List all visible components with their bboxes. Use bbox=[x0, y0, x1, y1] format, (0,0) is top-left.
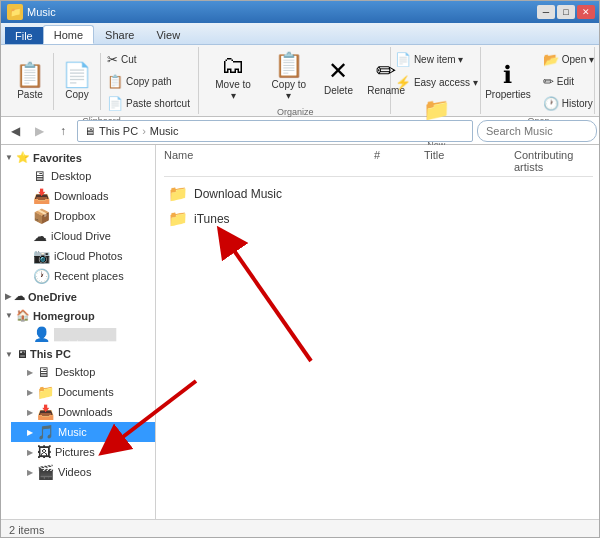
sidebar-item-icloud-photos[interactable]: 📷 iCloud Photos bbox=[11, 246, 155, 266]
thispc-icon: 🖥 bbox=[16, 348, 27, 360]
sidebar-item-pc-videos[interactable]: ▶ 🎬 Videos bbox=[11, 462, 155, 482]
download-music-folder-icon: 📁 bbox=[168, 184, 188, 203]
properties-button[interactable]: ℹ Properties bbox=[479, 59, 537, 104]
title-bar-text: Music bbox=[27, 6, 533, 18]
pc-docs-chevron: ▶ bbox=[27, 388, 33, 397]
forward-button[interactable]: ▶ bbox=[29, 121, 49, 141]
sidebar-item-pc-desktop[interactable]: ▶ 🖥 Desktop bbox=[11, 362, 155, 382]
ribbon-group-clipboard: 📋 Paste 📄 Copy ✂ Cut 📋 bbox=[5, 47, 199, 114]
pc-music-label: Music bbox=[58, 426, 87, 438]
desktop-icon: 🖥 bbox=[33, 168, 47, 184]
paste-icon: 📋 bbox=[15, 63, 45, 87]
thispc-items: ▶ 🖥 Desktop ▶ 📁 Documents ▶ 📥 Downloads bbox=[1, 362, 155, 482]
clipboard-small-stack: ✂ Cut 📋 Copy path 📄 Paste shortcut bbox=[103, 49, 194, 114]
ribbon-group-new: 📄 New item ▾ ⚡ Easy access ▾ 📁 New folde… bbox=[393, 47, 482, 114]
open-icon: 📂 bbox=[543, 52, 559, 67]
tab-home[interactable]: Home bbox=[43, 25, 94, 44]
sidebar-section-onedrive: ▶ ☁ OneDrive bbox=[1, 288, 155, 305]
sidebar-item-pc-music[interactable]: ▶ 🎵 Music bbox=[11, 422, 155, 442]
recent-places-icon: 🕐 bbox=[33, 268, 50, 284]
homegroup-user-icon: 👤 bbox=[33, 326, 50, 342]
paste-label: Paste bbox=[17, 89, 43, 100]
cut-button[interactable]: ✂ Cut bbox=[103, 49, 194, 70]
pc-docs-label: Documents bbox=[58, 386, 114, 398]
properties-label: Properties bbox=[485, 89, 531, 100]
col-header-num[interactable]: # bbox=[374, 149, 414, 173]
col-header-title[interactable]: Title bbox=[424, 149, 504, 173]
file-item-itunes[interactable]: 📁 iTunes bbox=[164, 206, 593, 231]
sidebar-item-recent-places[interactable]: 🕐 Recent places bbox=[11, 266, 155, 286]
sidebar-item-icloud-drive[interactable]: ☁ iCloud Drive bbox=[11, 226, 155, 246]
easy-access-icon: ⚡ bbox=[395, 75, 411, 90]
sidebar-item-pc-documents[interactable]: ▶ 📁 Documents bbox=[11, 382, 155, 402]
file-item-download-music[interactable]: 📁 Download Music bbox=[164, 181, 593, 206]
pc-desktop-icon: 🖥 bbox=[37, 364, 51, 380]
delete-icon: ✕ bbox=[328, 59, 348, 83]
history-label: History bbox=[562, 98, 593, 109]
sidebar-item-pc-pictures[interactable]: ▶ 🖼 Pictures bbox=[11, 442, 155, 462]
status-bar: 2 items bbox=[1, 519, 600, 538]
sidebar-header-onedrive[interactable]: ▶ ☁ OneDrive bbox=[1, 288, 155, 305]
copy-to-button[interactable]: 📋 Copy to ▾ bbox=[263, 49, 314, 105]
path-thispc[interactable]: This PC bbox=[99, 125, 138, 137]
move-to-button[interactable]: 🗂 Move to ▾ bbox=[207, 49, 259, 105]
copy-path-button[interactable]: 📋 Copy path bbox=[103, 71, 194, 92]
homegroup-items: 👤 ████████ bbox=[1, 324, 155, 344]
col-header-artist[interactable]: Contributing artists bbox=[514, 149, 593, 173]
sidebar-item-pc-downloads[interactable]: ▶ 📥 Downloads bbox=[11, 402, 155, 422]
onedrive-icon: ☁ bbox=[14, 290, 25, 303]
recent-places-label: Recent places bbox=[54, 270, 124, 282]
col-header-name[interactable]: Name bbox=[164, 149, 364, 173]
maximize-button[interactable]: □ bbox=[557, 5, 575, 19]
minimize-button[interactable]: ─ bbox=[537, 5, 555, 19]
delete-button[interactable]: ✕ Delete bbox=[318, 49, 358, 105]
ribbon-tabs: File Home Share View bbox=[1, 23, 600, 45]
path-music[interactable]: Music bbox=[150, 125, 179, 137]
copy-to-icon: 📋 bbox=[274, 53, 304, 77]
history-icon: 🕐 bbox=[543, 96, 559, 111]
tab-file[interactable]: File bbox=[5, 27, 43, 44]
onedrive-chevron: ▶ bbox=[5, 292, 11, 301]
back-button[interactable]: ◀ bbox=[5, 121, 25, 141]
sidebar-section-homegroup: ▼ 🏠 Homegroup 👤 ████████ bbox=[1, 307, 155, 344]
main-area: ▼ ⭐ Favorites 🖥 Desktop 📥 Downloads 📦 bbox=[1, 145, 600, 519]
ribbon-group-open: ℹ Properties 📂 Open ▾ ✏ Edit 🕐 History bbox=[483, 47, 595, 114]
tab-view[interactable]: View bbox=[145, 25, 191, 44]
edit-button[interactable]: ✏ Edit bbox=[539, 71, 598, 92]
icloud-photos-icon: 📷 bbox=[33, 248, 50, 264]
sidebar-item-desktop[interactable]: 🖥 Desktop bbox=[11, 166, 155, 186]
favorites-items: 🖥 Desktop 📥 Downloads 📦 Dropbox ☁ iCloud… bbox=[1, 166, 155, 286]
easy-access-label: Easy access ▾ bbox=[414, 77, 478, 88]
sidebar-item-homegroup-user[interactable]: 👤 ████████ bbox=[11, 324, 155, 344]
open-button[interactable]: 📂 Open ▾ bbox=[539, 49, 598, 70]
tab-share[interactable]: Share bbox=[94, 25, 145, 44]
homegroup-icon: 🏠 bbox=[16, 309, 30, 322]
sidebar-item-dropbox[interactable]: 📦 Dropbox bbox=[11, 206, 155, 226]
sidebar-header-thispc[interactable]: ▼ 🖥 This PC bbox=[1, 346, 155, 362]
search-input[interactable] bbox=[477, 120, 597, 142]
homegroup-user-label: ████████ bbox=[54, 328, 116, 340]
cut-label: Cut bbox=[121, 54, 137, 65]
paste-button[interactable]: 📋 Paste bbox=[9, 49, 51, 114]
pc-videos-icon: 🎬 bbox=[37, 464, 54, 480]
history-button[interactable]: 🕐 History bbox=[539, 93, 598, 114]
address-bar: ◀ ▶ ↑ 🖥 This PC › Music bbox=[1, 117, 600, 145]
favorites-label: Favorites bbox=[33, 152, 82, 164]
close-button[interactable]: ✕ bbox=[577, 5, 595, 19]
new-item-button[interactable]: 📄 New item ▾ bbox=[391, 49, 482, 70]
onedrive-label: OneDrive bbox=[28, 291, 77, 303]
sidebar-header-favorites[interactable]: ▼ ⭐ Favorites bbox=[1, 149, 155, 166]
easy-access-button[interactable]: ⚡ Easy access ▾ bbox=[391, 72, 482, 93]
new-item-label: New item ▾ bbox=[414, 54, 463, 65]
up-button[interactable]: ↑ bbox=[53, 121, 73, 141]
address-path[interactable]: 🖥 This PC › Music bbox=[77, 120, 473, 142]
open-small-stack: 📂 Open ▾ ✏ Edit 🕐 History bbox=[539, 49, 598, 114]
folder-list: 📁 Download Music 📁 iTunes bbox=[164, 181, 593, 231]
dropbox-icon: 📦 bbox=[33, 208, 50, 224]
icloud-photos-label: iCloud Photos bbox=[54, 250, 123, 262]
sidebar-header-homegroup[interactable]: ▼ 🏠 Homegroup bbox=[1, 307, 155, 324]
paste-shortcut-icon: 📄 bbox=[107, 96, 123, 111]
copy-button[interactable]: 📄 Copy bbox=[56, 49, 98, 114]
paste-shortcut-button[interactable]: 📄 Paste shortcut bbox=[103, 93, 194, 114]
sidebar-item-downloads[interactable]: 📥 Downloads bbox=[11, 186, 155, 206]
